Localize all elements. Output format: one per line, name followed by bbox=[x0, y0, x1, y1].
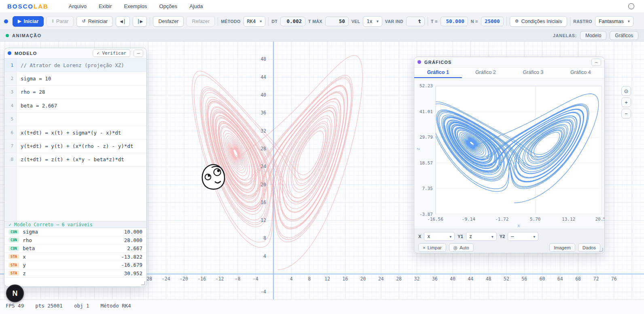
initial-conditions-button[interactable]: ⚙ Condições Iniciais bbox=[510, 16, 568, 27]
tmax-input[interactable]: 50 bbox=[325, 17, 349, 26]
redo-button[interactable]: Refazer bbox=[186, 16, 215, 27]
variable-value: 2.667 bbox=[127, 245, 142, 251]
graficos-minimize-button[interactable]: – bbox=[591, 59, 601, 66]
method-select[interactable]: RK4 bbox=[244, 16, 266, 27]
code-line[interactable]: 4 beta = 2.667 bbox=[4, 99, 146, 112]
dt-label: DT bbox=[271, 19, 278, 24]
boscolab-app: BOSCOLAB ArquivoExibirExemplosOpçõesAjud… bbox=[0, 0, 644, 314]
target-icon: ⊙ bbox=[624, 88, 629, 94]
grafico-tab[interactable]: Gráfico 1 bbox=[414, 67, 462, 78]
axis-tick-label: -4 bbox=[253, 276, 258, 282]
t-value: 50.000 bbox=[441, 17, 468, 26]
grafico-tab[interactable]: Gráfico 4 bbox=[557, 67, 605, 78]
grafico-curve-svg bbox=[436, 86, 602, 214]
vel-select[interactable]: 1x bbox=[363, 16, 382, 27]
axis-tick-label: 40 bbox=[450, 276, 455, 282]
code-editor[interactable]: 1 // Atrator de Lorenz (projeção XZ) 2 s… bbox=[4, 59, 146, 166]
menubar: BOSCOLAB ArquivoExibirExemplosOpçõesAjud… bbox=[0, 0, 644, 13]
code-line-text[interactable]: x(t+dt) = x(t) + sigma*(y - x)*dt bbox=[17, 126, 146, 139]
code-line-text[interactable]: rho = 28 bbox=[17, 86, 146, 99]
varind-label: VAR IND bbox=[385, 19, 403, 24]
grafico-plot-area[interactable] bbox=[435, 86, 602, 214]
code-line-text[interactable]: beta = 2.667 bbox=[17, 99, 146, 112]
zoom-out-button[interactable]: − bbox=[621, 109, 631, 118]
axis-tick-label: 16 bbox=[250, 200, 266, 205]
n-value: 25000 bbox=[481, 17, 504, 26]
minus-icon: − bbox=[625, 111, 628, 117]
code-line[interactable]: 8 z(t+dt) = z(t) + (x*y - beta*z)*dt bbox=[4, 153, 146, 166]
windows-label: JANELAS: bbox=[553, 33, 577, 38]
x-axis-select[interactable]: x bbox=[424, 232, 455, 241]
modelo-window-dot bbox=[8, 51, 11, 55]
variable-type-badge: STA bbox=[8, 254, 19, 259]
reset-button[interactable]: ↺ Reiniciar bbox=[76, 16, 113, 27]
menu-item[interactable]: Opções bbox=[159, 3, 178, 9]
axis-tick-label: 52.23 bbox=[415, 83, 433, 89]
start-button[interactable]: ▶ Iniciar bbox=[13, 16, 44, 27]
undo-button[interactable]: Desfazer bbox=[153, 16, 184, 27]
axis-tick-label: 41.01 bbox=[415, 109, 433, 114]
varind-input[interactable]: t bbox=[406, 17, 425, 26]
code-line[interactable]: 1 // Atrator de Lorenz (projeção XZ) bbox=[4, 59, 146, 72]
y2-axis-select[interactable]: — bbox=[508, 232, 538, 241]
code-line-text[interactable] bbox=[17, 113, 146, 126]
variable-row[interactable]: STA x -13.822 bbox=[4, 253, 146, 261]
grafico-tab[interactable]: Gráfico 3 bbox=[509, 67, 557, 78]
axis-tick-label: 20 bbox=[360, 276, 366, 282]
code-line-text[interactable]: sigma = 10 bbox=[17, 72, 146, 85]
code-line-text[interactable]: z(t+dt) = z(t) + (x*y - beta*z)*dt bbox=[17, 153, 146, 166]
variable-row[interactable]: STA z 30.952 bbox=[4, 270, 146, 278]
code-line[interactable]: 7 y(t+dt) = y(t) + (x*(rho - z) - y)*dt bbox=[4, 139, 146, 153]
variable-row[interactable]: CON beta 2.667 bbox=[4, 244, 146, 253]
menu-item[interactable]: Exemplos bbox=[124, 3, 147, 9]
code-editor-empty-area[interactable] bbox=[4, 166, 146, 221]
axis-tick-label: -4 bbox=[250, 289, 266, 295]
modelo-minimize-button[interactable]: – bbox=[133, 50, 143, 57]
rastro-select[interactable]: Fantasmas bbox=[595, 16, 633, 27]
step-forward-button[interactable]: |▶ bbox=[133, 16, 147, 27]
modelo-window-header[interactable]: MODELO ✓ Verificar – bbox=[4, 48, 146, 59]
window-toggle-graficos[interactable]: Gráficos bbox=[610, 31, 638, 40]
grafico-x-axis-label: x bbox=[435, 223, 602, 228]
modelo-resize-handle[interactable] bbox=[141, 281, 145, 285]
graficos-window: GRÁFICOS – Gráfico 1Gráfico 2Gráfico 3Gr… bbox=[414, 57, 605, 253]
grafico-plot-section: 52.2341.0129.7918.577.35-3.87 -16.56-9.1… bbox=[414, 78, 604, 229]
variable-row[interactable]: STA y -16.679 bbox=[4, 261, 146, 270]
code-line[interactable]: 2 sigma = 10 bbox=[4, 72, 146, 85]
grafico-tab[interactable]: Gráfico 2 bbox=[462, 67, 510, 78]
graficos-window-header[interactable]: GRÁFICOS – bbox=[414, 57, 604, 67]
verify-button[interactable]: ✓ Verificar bbox=[93, 49, 130, 57]
line-number: 8 bbox=[4, 153, 17, 166]
y1-axis-select[interactable]: z bbox=[466, 232, 497, 241]
menu-item[interactable]: Arquivo bbox=[69, 3, 87, 9]
code-line-text[interactable]: // Atrator de Lorenz (projeção XZ) bbox=[17, 59, 146, 72]
axis-tick-label: 18.57 bbox=[415, 160, 433, 165]
zoom-in-button[interactable]: + bbox=[621, 97, 631, 107]
menu-item[interactable]: Exibir bbox=[99, 3, 112, 9]
line-number: 2 bbox=[4, 72, 17, 85]
reset-view-button[interactable]: ⊙ bbox=[621, 86, 631, 96]
dt-input[interactable]: 0.002 bbox=[280, 17, 305, 26]
variable-row[interactable]: CON rho 28.000 bbox=[4, 236, 146, 245]
code-line-text[interactable]: y(t+dt) = y(t) + (x*(rho - z) - y)*dt bbox=[17, 139, 146, 152]
auto-scale-button[interactable]: ◎ Auto bbox=[449, 243, 474, 252]
axis-tick-label: 44 bbox=[468, 276, 473, 282]
window-toggle-modelo[interactable]: Modelo bbox=[580, 31, 606, 40]
code-line[interactable]: 6 x(t+dt) = x(t) + sigma*(y - x)*dt bbox=[4, 126, 146, 139]
canvas-view-controls: ⊙ + − bbox=[621, 86, 631, 118]
settings-icon[interactable] bbox=[628, 3, 634, 9]
pause-button[interactable]: ‖ Parar bbox=[47, 16, 74, 27]
clear-plot-button[interactable]: × Limpar bbox=[418, 243, 446, 252]
code-line[interactable]: 3 rho = 28 bbox=[4, 86, 146, 99]
code-line[interactable]: 5 bbox=[4, 113, 146, 126]
axis-tick-label: 56 bbox=[521, 276, 527, 282]
status-bar-item: Método RK4 bbox=[101, 303, 131, 314]
graficos-resize-handle[interactable] bbox=[599, 248, 603, 252]
menu-item[interactable]: Ajuda bbox=[189, 3, 203, 9]
step-back-button[interactable]: ◀| bbox=[116, 16, 130, 27]
export-image-button[interactable]: Imagem bbox=[549, 243, 575, 252]
play-icon: ▶ bbox=[18, 19, 21, 23]
export-data-button[interactable]: Dados bbox=[578, 243, 600, 252]
gear-icon: ⚙ bbox=[515, 19, 519, 23]
variable-row[interactable]: CON sigma 10.000 bbox=[4, 228, 146, 236]
